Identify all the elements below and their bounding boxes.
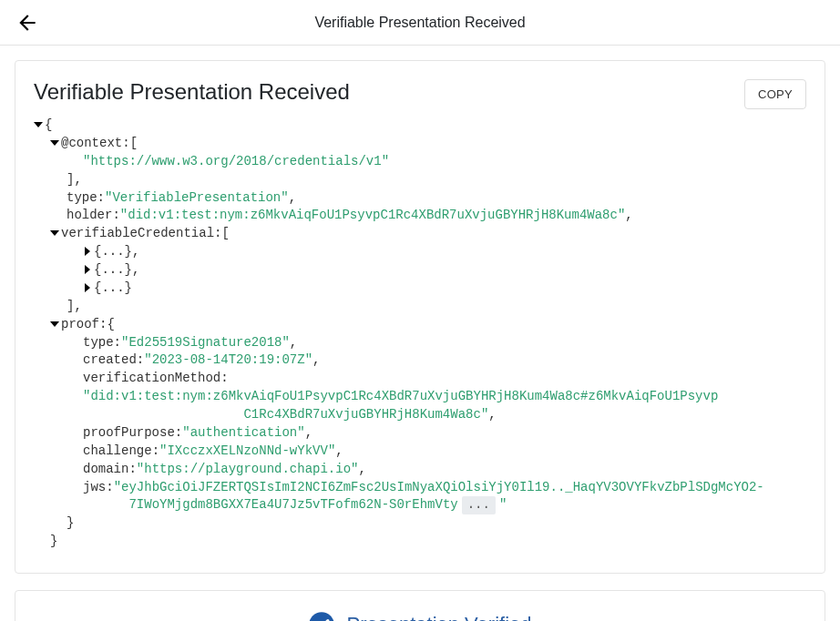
- toggle-vc[interactable]: [50, 230, 59, 236]
- proof-open-brace: {: [107, 316, 114, 334]
- key-proof: proof: [61, 316, 99, 334]
- back-arrow-icon[interactable]: [15, 10, 40, 36]
- value-proof-purpose: "authentication": [182, 424, 304, 443]
- vc-open-bracket: [: [221, 225, 229, 243]
- context-open-bracket: [: [130, 135, 138, 153]
- key-verification-method: verificationMethod: [83, 370, 220, 388]
- root-open-brace: {: [45, 117, 52, 135]
- svg-point-0: [310, 612, 335, 621]
- toggle-context[interactable]: [50, 140, 59, 146]
- check-circle-icon: [308, 611, 335, 621]
- key-context: @context: [61, 135, 122, 153]
- vc-item-1[interactable]: {...}: [94, 261, 132, 280]
- value-verification-method-line2: C1Rc4XBdR7uXvjuGBYHRjH8Kum4Wa8c": [243, 406, 488, 424]
- status-card: Presentation Verified: [15, 590, 825, 621]
- proof-close-brace: }: [67, 514, 74, 533]
- card-title: Verifiable Presentation Received: [34, 79, 350, 105]
- toggle-root[interactable]: [34, 122, 43, 127]
- key-type: type: [67, 189, 97, 208]
- root-close-brace: }: [50, 533, 57, 551]
- value-created: "2023-08-14T20:19:07Z": [144, 351, 312, 370]
- key-proof-purpose: proofPurpose: [83, 424, 175, 443]
- context-value-0: "https://www.w3.org/2018/credentials/v1": [83, 153, 389, 171]
- value-jws-line2: 7IWoYMjgdm8BGXX7Ea4U7Jz5vTFofm62N-S0rEhm…: [128, 496, 457, 514]
- value-challenge: "IXcczxXELNzoNNd-wYkVV": [159, 443, 335, 461]
- key-proof-type: type: [83, 334, 114, 352]
- toggle-vc-1[interactable]: [85, 265, 90, 274]
- json-viewer: { @context : [ "https://www.w3.org/2018/…: [34, 117, 806, 551]
- app-bar: Verifiable Presentation Received: [0, 0, 840, 46]
- key-domain: domain: [83, 461, 128, 479]
- toggle-vc-2[interactable]: [85, 283, 90, 292]
- toggle-proof[interactable]: [50, 321, 59, 327]
- key-holder: holder: [67, 207, 112, 225]
- key-jws: jws: [83, 479, 106, 497]
- value-verification-method-line1: "did:v1:test:nym:z6MkvAiqFoU1PsyvpC1Rc4X…: [83, 388, 718, 406]
- vc-close-bracket: ],: [67, 298, 82, 316]
- page-title: Verifiable Presentation Received: [0, 15, 840, 31]
- presentation-card: Verifiable Presentation Received COPY { …: [15, 60, 825, 574]
- key-challenge: challenge: [83, 443, 152, 461]
- value-type: "VerifiablePresentation": [105, 189, 289, 208]
- vc-item-0[interactable]: {...}: [94, 243, 132, 261]
- copy-button[interactable]: COPY: [744, 79, 806, 109]
- context-close-bracket: ],: [67, 171, 82, 189]
- value-proof-type: "Ed25519Signature2018": [121, 334, 290, 352]
- value-domain: "https://playground.chapi.io": [137, 461, 359, 479]
- value-holder: "did:v1:test:nym:z6MkvAiqFoU1PsyvpC1Rc4X…: [120, 207, 626, 225]
- status-text: Presentation Verified: [346, 613, 531, 621]
- page-body: Verifiable Presentation Received COPY { …: [0, 46, 840, 621]
- jws-ellipsis-icon[interactable]: ...: [462, 496, 496, 514]
- key-verifiable-credential: verifiableCredential: [61, 225, 214, 243]
- vc-item-2[interactable]: {...}: [94, 280, 132, 298]
- key-created: created: [83, 351, 137, 370]
- value-jws-line1: "eyJhbGciOiJFZERTQSIsImI2NCI6ZmFsc2UsImN…: [114, 479, 764, 497]
- toggle-vc-0[interactable]: [85, 247, 90, 256]
